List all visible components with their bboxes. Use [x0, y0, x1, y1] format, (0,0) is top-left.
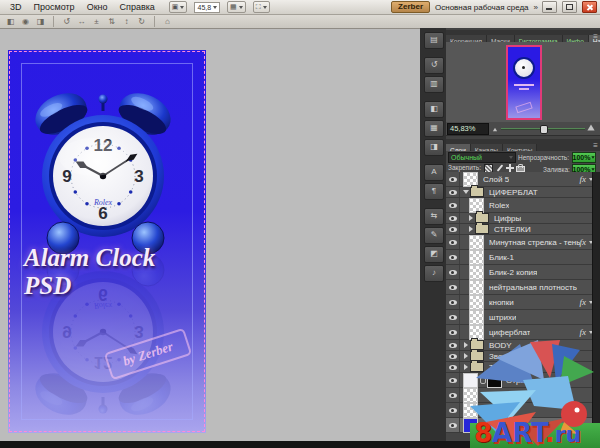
visibility-toggle[interactable]	[446, 224, 460, 234]
axis-z-icon[interactable]: ↻	[136, 17, 147, 26]
visibility-toggle[interactable]	[446, 388, 460, 402]
layer-name[interactable]: Минутная стрелка - тень	[489, 238, 580, 247]
screen-mode-icon[interactable]: ⛶	[253, 1, 270, 13]
panel-menu-icon[interactable]: ≡	[593, 32, 598, 41]
layer-name[interactable]: Цифры	[494, 214, 521, 223]
layer-row[interactable]: Rolex	[446, 198, 600, 213]
3d-scale-icon[interactable]: ±	[91, 17, 102, 26]
layer-name[interactable]: Rolex	[489, 201, 509, 210]
home-view-icon[interactable]: ⌂	[162, 17, 173, 26]
panel-menu-icon[interactable]: ≡	[593, 141, 598, 150]
swatches-panel-icon[interactable]: ▦	[424, 120, 444, 137]
menu-3d[interactable]: 3D	[4, 2, 28, 12]
arrange-documents-icon[interactable]: ▦	[227, 1, 246, 13]
layer-row[interactable]: нейтральная плотность	[446, 280, 600, 295]
masks-panel-icon[interactable]: ◩	[424, 246, 444, 263]
layer-name[interactable]: циферблат	[489, 328, 530, 337]
layer-name[interactable]: кнопки	[489, 298, 514, 307]
layer-thumbnail[interactable]	[469, 280, 484, 295]
opacity-value-field[interactable]: 100%	[572, 152, 596, 163]
visibility-toggle[interactable]	[446, 295, 460, 309]
layer-effects-badge[interactable]: fx	[580, 297, 594, 307]
launch-bridge-icon[interactable]: ▣	[169, 1, 188, 13]
zoom-level-field[interactable]: 45,8	[194, 2, 220, 13]
visibility-toggle[interactable]	[446, 362, 460, 372]
document-canvas[interactable]: 12 3 6 9 Rolex Alarm Clock	[8, 50, 206, 433]
lock-position-icon[interactable]	[506, 164, 513, 171]
history-panel-icon[interactable]: ↺	[424, 57, 444, 74]
layer-effects-badge[interactable]: fx	[580, 327, 594, 337]
blend-mode-select[interactable]: Обычный	[448, 152, 516, 163]
layer-name[interactable]: ЦИФЕРБЛАТ	[489, 188, 538, 197]
expand-triangle-icon[interactable]	[469, 215, 473, 221]
restore-button[interactable]	[562, 1, 577, 13]
clone-source-panel-icon[interactable]: ⇆	[424, 208, 444, 225]
layer-name[interactable]: Блик-2 копия	[489, 268, 537, 277]
layer-thumbnail[interactable]	[469, 235, 484, 250]
expand-triangle-icon[interactable]	[463, 190, 469, 194]
layer-thumbnail[interactable]	[469, 295, 484, 310]
navigator-proxy-view[interactable]	[506, 45, 542, 120]
layer-thumbnail[interactable]	[469, 310, 484, 325]
visibility-toggle[interactable]	[446, 310, 460, 324]
menu-view[interactable]: Просмотр	[28, 2, 81, 12]
visibility-toggle[interactable]	[446, 235, 460, 249]
layer-name[interactable]: Блик-1	[489, 253, 514, 262]
layer-row[interactable]: ЦИФЕРБЛАТ	[446, 187, 600, 198]
visibility-toggle[interactable]	[446, 198, 460, 212]
close-button[interactable]	[582, 1, 597, 13]
3d-slide-icon[interactable]: ↔	[76, 17, 87, 26]
workspace-zerber-button[interactable]: Zerber	[391, 1, 430, 13]
menu-help[interactable]: Справка	[114, 2, 161, 12]
3d-roll-tool-icon[interactable]: ◉	[20, 17, 31, 26]
menu-window[interactable]: Окно	[81, 2, 114, 12]
minimize-button[interactable]	[542, 1, 557, 13]
3d-pan-tool-icon[interactable]: ◨	[35, 17, 46, 26]
visibility-toggle[interactable]	[446, 403, 460, 417]
visibility-toggle[interactable]	[446, 418, 460, 432]
layer-row[interactable]: Цифры	[446, 213, 600, 224]
axis-x-icon[interactable]: ⇅	[106, 17, 117, 26]
zoom-out-mountain-icon[interactable]	[493, 128, 497, 132]
brushes-panel-icon[interactable]: ✎	[424, 227, 444, 244]
layer-thumbnail[interactable]	[469, 250, 484, 265]
color-panel-icon[interactable]: ◨	[424, 139, 444, 156]
layer-name[interactable]: нейтральная плотность	[489, 283, 577, 292]
workspace-overflow-chevron[interactable]: »	[534, 3, 537, 12]
layer-row[interactable]: штрихи	[446, 310, 600, 325]
3d-rotate-tool-icon[interactable]: ◧	[5, 17, 16, 26]
visibility-toggle[interactable]	[446, 172, 460, 186]
histogram-panel-icon[interactable]: ▤	[424, 32, 444, 49]
layer-name[interactable]: Слой 5	[483, 175, 509, 184]
visibility-toggle[interactable]	[446, 340, 460, 350]
visibility-toggle[interactable]	[446, 280, 460, 294]
navigator-zoom-field[interactable]: 45,83%	[447, 123, 489, 135]
actions-panel-icon[interactable]: ▥	[424, 76, 444, 93]
lock-paint-icon[interactable]	[496, 164, 503, 171]
visibility-toggle[interactable]	[446, 325, 460, 339]
zoom-slider-thumb[interactable]	[540, 125, 548, 134]
layer-row[interactable]: Минутная стрелка - тень fx	[446, 235, 600, 250]
layer-row[interactable]: СТРЕЛКИ	[446, 224, 600, 235]
zoom-in-mountain-icon[interactable]	[587, 125, 594, 131]
3d-orbit-icon[interactable]: ↺	[61, 17, 72, 26]
workspace-label[interactable]: Основная рабочая среда	[435, 3, 529, 12]
paragraph-panel-icon[interactable]: ¶	[424, 183, 444, 200]
character-panel-icon[interactable]: A	[424, 164, 444, 181]
visibility-toggle[interactable]	[446, 213, 460, 223]
styles-panel-icon[interactable]: ◧	[424, 101, 444, 118]
visibility-toggle[interactable]	[446, 373, 460, 387]
expand-triangle-icon[interactable]	[469, 226, 473, 232]
layer-row[interactable]: кнопки fx	[446, 295, 600, 310]
layer-row[interactable]: Блик-2 копия	[446, 265, 600, 280]
notes-panel-icon[interactable]: ♪	[424, 265, 444, 282]
layer-row[interactable]: Слой 5 fx	[446, 172, 600, 187]
visibility-toggle[interactable]	[446, 265, 460, 279]
layer-effects-badge[interactable]: fx	[580, 237, 594, 247]
layer-thumbnail[interactable]	[469, 265, 484, 280]
layer-name[interactable]: СТРЕЛКИ	[494, 225, 531, 234]
layer-row[interactable]: циферблат fx	[446, 325, 600, 340]
layer-effects-badge[interactable]: fx	[580, 174, 594, 184]
layer-name[interactable]: штрихи	[489, 313, 516, 322]
axis-y-icon[interactable]: ↕	[121, 17, 132, 26]
